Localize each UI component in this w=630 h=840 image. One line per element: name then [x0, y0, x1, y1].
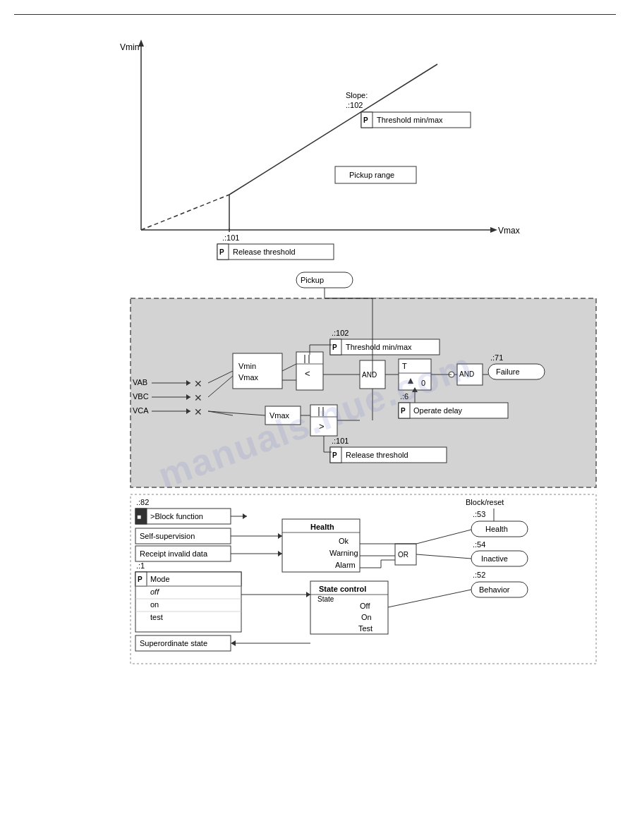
self-supervision-label: Self-supervision: [140, 532, 195, 540]
svg-text:✕: ✕: [194, 378, 202, 389]
release-threshold-inner: Release threshold: [346, 451, 408, 459]
param-p-inner3: P: [401, 407, 406, 415]
svg-marker-96: [231, 640, 236, 646]
vmax-label2: Vmax: [269, 411, 290, 420]
mode-off: off: [150, 588, 159, 596]
svg-marker-83: [278, 533, 282, 539]
mode-on: on: [150, 600, 159, 609]
param-52: .:52: [473, 571, 485, 579]
and-label-1: AND: [362, 371, 377, 379]
param-p-chart: P: [219, 248, 224, 256]
block-function-label: >Block function: [150, 512, 203, 521]
svg-text:■: ■: [137, 513, 141, 521]
param-71: .:71: [490, 353, 503, 362]
svg-marker-3: [490, 227, 497, 233]
page: manuals.nue.com Vmin Vmax: [0, 0, 630, 840]
param-p-1: P: [363, 116, 368, 124]
svg-marker-86: [278, 551, 282, 556]
svg-marker-94: [306, 592, 310, 597]
pickup-bubble-label: Pickup: [301, 276, 324, 284]
mode-header: Mode: [150, 575, 170, 583]
chart-section: Vmin Vmax Slope: .:102 P Threshold min/m…: [14, 29, 621, 262]
slope-label: Slope:: [346, 91, 368, 99]
chart-svg: Vmin Vmax Slope: .:102 P Threshold min/m…: [14, 29, 621, 262]
svg-text:✕: ✕: [194, 406, 202, 418]
threshold-minmax-label: Threshold min/max: [377, 116, 443, 124]
svg-line-111: [416, 530, 471, 544]
vmin-inner: Vmin: [238, 362, 256, 370]
svg-marker-80: [243, 513, 247, 519]
param-102-inner: .:102: [332, 329, 349, 337]
test-state: Test: [358, 624, 372, 633]
failure-label: Failure: [496, 367, 520, 376]
param-53: .:53: [473, 510, 485, 518]
vmin-label: Vmin: [120, 42, 139, 52]
pickup-range-label: Pickup range: [349, 171, 394, 179]
threshold-minmax-inner: Threshold min/max: [346, 343, 412, 351]
block-diagram-svg: Pickup Vmin Vmax: [14, 269, 621, 678]
mode-test: test: [150, 613, 163, 621]
block-diagram-section: Pickup Vmin Vmax: [14, 269, 621, 678]
behavior-output: Behavior: [479, 585, 510, 594]
warning-label: Warning: [329, 549, 358, 557]
top-divider: [14, 14, 616, 15]
alarm-label: Alarm: [335, 561, 356, 569]
svg-text:<: <: [305, 368, 310, 379]
vmax-label: Vmax: [498, 226, 520, 236]
svg-text:✕: ✕: [194, 392, 202, 403]
svg-rect-18: [233, 353, 282, 389]
diagram-container: Vmin Vmax Slope: .:102 P Threshold min/m…: [14, 29, 621, 678]
param-101-chart: .:101: [222, 233, 239, 242]
svg-line-115: [388, 590, 471, 607]
release-threshold-chart: Release threshold: [233, 248, 296, 256]
param-6: .:6: [400, 392, 408, 401]
or-label: OR: [398, 551, 408, 559]
ok-label: Ok: [339, 537, 349, 545]
vca-label: VCA: [133, 406, 149, 415]
and-label-2: AND: [459, 370, 474, 378]
vbc-label: VBC: [133, 392, 149, 401]
health-label: Health: [310, 523, 334, 531]
param-82-label: .:82: [136, 498, 149, 506]
block-reset-label: Block/reset: [466, 498, 504, 506]
param-p-mode: P: [138, 576, 143, 583]
slope-value: .:102: [346, 101, 363, 109]
param-101-inner: .:101: [332, 437, 349, 445]
off-state: Off: [360, 602, 370, 610]
receipt-invalid-label: Receipt invalid data: [140, 549, 208, 558]
health-output: Health: [485, 525, 508, 533]
svg-line-113: [416, 554, 471, 559]
state-control-label: State control: [319, 585, 366, 593]
superordinate-label: Superordinate state: [140, 639, 207, 647]
on-state: On: [361, 613, 372, 621]
inactive-output: Inactive: [481, 554, 508, 563]
svg-text:>: >: [319, 421, 325, 432]
param-p-inner1: P: [332, 343, 337, 351]
param-p-inner2: P: [332, 451, 337, 459]
svg-text:State: State: [317, 595, 334, 603]
vmax-inner: Vmax: [238, 373, 259, 382]
vab-label: VAB: [133, 378, 147, 386]
svg-text:T: T: [402, 362, 407, 370]
param-54: .:54: [473, 540, 485, 549]
param-1-label: .:1: [136, 561, 145, 570]
svg-line-4: [141, 195, 229, 230]
svg-text:0: 0: [421, 379, 425, 387]
operate-delay: Operate delay: [413, 406, 463, 415]
